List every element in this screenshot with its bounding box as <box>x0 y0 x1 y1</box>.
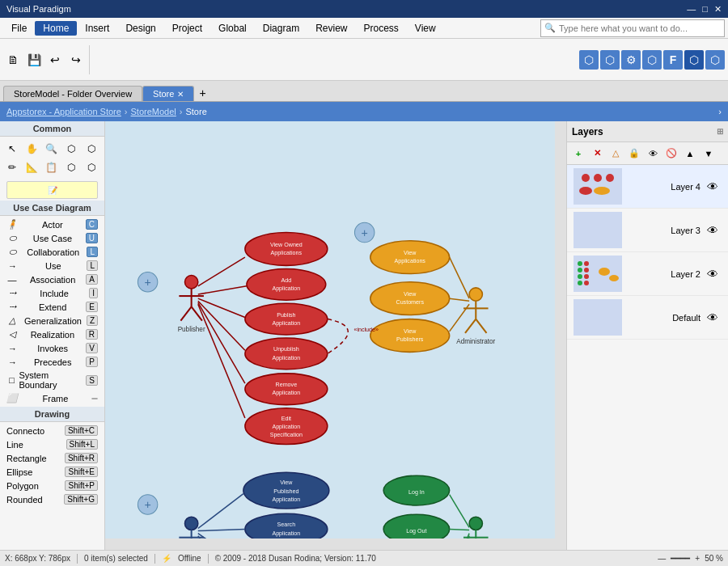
search-box[interactable]: 🔍 <box>540 19 725 37</box>
uc-generalization[interactable]: △ Generalization Z <box>0 314 104 327</box>
menu-review[interactable]: Review <box>307 21 355 36</box>
breadcrumb-expand[interactable]: › <box>718 107 722 116</box>
add-icon-2[interactable]: + <box>362 226 368 239</box>
uc-systemboundary[interactable]: □ System Boundary S <box>0 369 104 391</box>
toolbar-icon6[interactable]: ⬡ <box>684 50 704 70</box>
tool-shape1[interactable]: ⬡ <box>62 158 80 176</box>
uc-view-publishers[interactable] <box>370 319 450 353</box>
menu-diagram[interactable]: Diagram <box>255 21 307 36</box>
uc-frame[interactable]: ⬜ Frame <box>0 391 104 405</box>
breadcrumb-appstorex[interactable]: Appstorex - Application Store <box>6 107 121 116</box>
zoom-slider[interactable]: ━━━━ <box>671 554 690 563</box>
menu-design[interactable]: Design <box>117 21 163 36</box>
tool-connect2[interactable]: ⬡ <box>83 140 100 158</box>
menu-file[interactable]: File <box>3 21 35 36</box>
layer-item-4[interactable]: Layer 4 👁 <box>567 165 728 209</box>
layer-2-visibility[interactable]: 👁 <box>704 265 722 283</box>
tool-ruler[interactable]: 📐 <box>23 158 40 176</box>
uc-invokes[interactable]: → Invokes V <box>0 341 104 355</box>
toolbar-save[interactable]: 💾 <box>24 50 44 70</box>
toolbar-redo[interactable]: ↪ <box>66 50 86 70</box>
toolbar-icon2[interactable]: ⬡ <box>600 50 620 70</box>
menu-global[interactable]: Global <box>210 21 255 36</box>
search-input[interactable] <box>559 23 721 33</box>
canvas-area[interactable]: + + + Publisher Customer <box>105 121 566 550</box>
uc-unpublish[interactable] <box>245 338 328 370</box>
uc-view-apps[interactable] <box>370 241 450 274</box>
menu-project[interactable]: Project <box>164 21 210 36</box>
toolbar-icon7[interactable]: ⬡ <box>705 50 725 70</box>
add-icon-3[interactable]: + <box>144 498 150 511</box>
zoom-out-btn[interactable]: — <box>658 554 666 563</box>
draw-polygon[interactable]: Polygon Shift+P <box>0 479 104 492</box>
add-icon-1[interactable]: + <box>144 276 150 289</box>
layer-add-btn[interactable]: + <box>569 145 587 163</box>
layer-item-3[interactable]: Layer 3 👁 <box>567 209 728 252</box>
layer-eye-btn[interactable]: 👁 <box>644 145 662 163</box>
draw-line-shortcut: Shift+L <box>66 439 98 450</box>
tool-connect1[interactable]: ⬡ <box>62 140 80 158</box>
draw-ellipse[interactable]: Ellipse Shift+E <box>0 465 104 479</box>
tool-zoom[interactable]: 🔍 <box>43 140 61 158</box>
tool-shape2[interactable]: ⬡ <box>83 158 100 176</box>
uc-usecase[interactable]: ⬭ Use Case U <box>0 231 104 245</box>
menu-home[interactable]: Home <box>35 21 77 36</box>
tab-folder-overview[interactable]: StoreModel - Folder Overview <box>3 86 142 101</box>
menu-process[interactable]: Process <box>356 21 407 36</box>
uc-include[interactable]: ⤏ Include I <box>0 286 104 300</box>
uc-realization[interactable]: ◁ Realization R <box>0 327 104 341</box>
toolbar-icon4[interactable]: ⬡ <box>642 50 662 70</box>
layer-delete-btn[interactable]: ✕ <box>588 145 606 163</box>
uc-precedes[interactable]: → Precedes P <box>0 355 104 369</box>
uc-view-customers[interactable] <box>370 282 450 315</box>
uc-remove[interactable] <box>245 374 328 405</box>
layer-lock-btn[interactable]: 🔒 <box>625 145 643 163</box>
uc-use[interactable]: → Use L <box>0 259 104 272</box>
draw-rounded[interactable]: Rounded Shift+G <box>0 492 104 506</box>
layer-4-visibility[interactable]: 👁 <box>704 178 722 196</box>
layer-default-visibility[interactable]: 👁 <box>704 309 722 327</box>
tool-hand[interactable]: ✋ <box>23 140 40 158</box>
uc-extend[interactable]: ⤏ Extend E <box>0 300 104 314</box>
diagram-canvas[interactable]: + + + Publisher Customer <box>105 121 566 550</box>
toolbar-icon1[interactable]: ⬡ <box>579 50 599 70</box>
zoom-in-btn[interactable]: + <box>695 554 700 563</box>
layer-up-btn[interactable]: ▲ <box>681 145 699 163</box>
layers-expand[interactable]: ⊞ <box>717 127 723 136</box>
layer-down-btn[interactable]: ▼ <box>700 145 717 163</box>
tab-add-btn[interactable]: + <box>194 85 210 101</box>
layer-3-visibility[interactable]: 👁 <box>704 222 722 239</box>
tab-store[interactable]: Store ✕ <box>142 86 194 101</box>
tool-copy[interactable]: 📋 <box>43 158 61 176</box>
note-icon[interactable]: 📝 <box>6 181 98 199</box>
uc-add-app[interactable] <box>247 268 326 300</box>
toolbar-icon3[interactable]: ⚙ <box>621 50 641 70</box>
uc-collaboration[interactable]: ⬭ Collaboration L <box>0 245 104 259</box>
vertical-scrollbar[interactable] <box>555 121 566 550</box>
tab-store-close[interactable]: ✕ <box>177 90 184 99</box>
uc-view-owned[interactable] <box>245 233 328 266</box>
menu-insert[interactable]: Insert <box>77 21 117 36</box>
layer-rename-btn[interactable]: △ <box>607 145 624 163</box>
svg-point-2 <box>582 174 590 182</box>
toolbar-icon5[interactable]: F <box>663 50 683 70</box>
draw-connector[interactable]: Connecto Shift+C <box>0 424 104 437</box>
uc-actor[interactable]: 🧍 Actor C <box>0 218 104 231</box>
close-btn[interactable]: ✕ <box>714 4 722 15</box>
draw-line[interactable]: Line Shift+L <box>0 437 104 451</box>
layer-item-2[interactable]: Layer 2 👁 <box>567 252 728 296</box>
layer-item-default[interactable]: Default 👁 <box>567 296 728 340</box>
tool-pen[interactable]: ✏ <box>3 158 21 176</box>
layer-hide-btn[interactable]: 🚫 <box>662 145 680 163</box>
tool-select[interactable]: ↖ <box>3 140 21 158</box>
toolbar-undo[interactable]: ↩ <box>45 50 65 70</box>
breadcrumb-storemodel[interactable]: StoreModel <box>131 107 176 116</box>
toolbar-new[interactable]: 🗎 <box>3 50 23 70</box>
uc-association[interactable]: — Association A <box>0 272 104 286</box>
maximize-btn[interactable]: □ <box>702 4 708 15</box>
draw-rectangle[interactable]: Rectangle Shift+R <box>0 451 104 465</box>
menu-view[interactable]: View <box>407 21 444 36</box>
uc-publish[interactable] <box>245 303 328 335</box>
minimize-btn[interactable]: — <box>687 4 696 15</box>
horizontal-scrollbar[interactable] <box>105 539 555 550</box>
